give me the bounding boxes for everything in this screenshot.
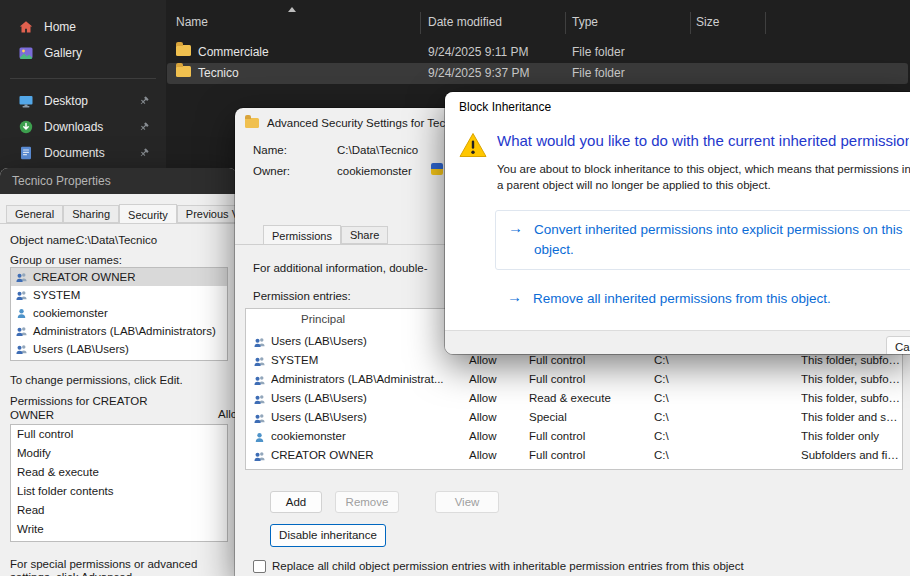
entry-access: Read & execute [529,392,611,404]
warning-icon [459,132,487,158]
entry-inherited-from: C:\ [654,411,669,423]
permission-entry-row[interactable]: Administrators (LAB\Administrat... Allow… [246,371,902,390]
sidebar-item-label: Documents [44,146,105,160]
cancel-button[interactable]: Cancel [886,336,910,354]
group-icon [15,271,28,284]
user-list-item[interactable]: CREATOR OWNER [11,268,227,286]
permission-item[interactable]: Full control [11,425,227,444]
permission-item[interactable]: Write [11,520,227,539]
home-icon [18,19,34,35]
sidebar-item-home[interactable]: Home [6,14,160,40]
properties-titlebar[interactable]: Tecnico Properties [0,168,237,194]
pin-icon[interactable] [138,147,150,159]
permission-label: List folder contents [17,485,114,497]
remove-button[interactable]: Remove [335,491,399,513]
entry-principal: Administrators (LAB\Administrat... [271,373,467,385]
group-icon [15,289,28,302]
sidebar-item-documents[interactable]: Documents [6,140,160,166]
command-link-label: Remove all inherited permissions from th… [533,289,910,309]
pin-icon[interactable] [138,121,150,133]
sidebar-item-label: Home [44,20,76,34]
downloads-icon [18,119,34,135]
permissions-for-label: Permissions for CREATOR OWNER [10,394,180,422]
permission-label: Modify [17,447,51,459]
user-list-item[interactable]: cookiemonster [11,304,227,322]
column-separator[interactable] [690,12,691,34]
tab-sharing[interactable]: Sharing [63,205,119,223]
permission-entry-row[interactable]: SYSTEM Allow Full control C:\ This folde… [246,352,902,371]
column-separator[interactable] [420,12,421,34]
entry-applies-to: This folder only [801,430,901,442]
advanced-tabs: Permissions Share [263,222,388,245]
column-separator[interactable] [565,12,566,34]
sidebar-item-label: Gallery [44,46,82,60]
sidebar-item-label: Downloads [44,120,103,134]
user-list-item[interactable]: SYSTEM [11,286,227,304]
user-name: CREATOR OWNER [33,271,135,283]
column-separator[interactable] [765,12,766,34]
entry-access: Full control [529,449,585,461]
entry-access: Full control [529,430,585,442]
principal-column-header[interactable]: Principal [301,313,345,325]
gallery-icon [18,45,34,61]
entry-inherited-from: C:\ [654,449,669,461]
permission-item[interactable]: Read [11,501,227,520]
file-row-tecnico[interactable]: Tecnico 9/24/2025 9:37 PM File folder [167,63,908,84]
column-header-name[interactable]: Name [176,15,208,29]
permission-item[interactable]: Read & execute [11,463,227,482]
entry-principal: Users (LAB\Users) [271,392,467,404]
replace-permissions-checkbox[interactable] [253,560,266,573]
disable-inheritance-button[interactable]: Disable inheritance [270,524,386,547]
remove-permissions-option[interactable]: → Remove all inherited permissions from … [495,282,910,318]
permission-entries-label: Permission entries: [253,290,351,302]
convert-permissions-option[interactable]: → Convert inherited permissions into exp… [495,210,910,270]
tab-permissions[interactable]: Permissions [263,225,341,245]
entry-type: Allow [469,392,496,404]
screenshot-root: Home Gallery Desktop Downloads Documents… [0,0,910,576]
user-name: Users (LAB\Users) [33,343,129,355]
permission-item[interactable]: Modify [11,444,227,463]
entry-inherited-from: C:\ [654,392,669,404]
column-header-date-modified[interactable]: Date modified [428,15,502,29]
sort-ascending-icon [288,7,296,12]
dialog-body-text: You are about to block inheritance to th… [497,162,910,193]
permission-entry-row[interactable]: Users (LAB\Users) Allow Special C:\ This… [246,409,902,428]
permission-item[interactable]: List folder contents [11,482,227,501]
sidebar-item-gallery[interactable]: Gallery [6,40,160,66]
block-inheritance-titlebar[interactable]: Block Inheritance [445,92,910,122]
properties-tabs: General Sharing Security Previous Versio… [6,202,237,224]
column-header-size[interactable]: Size [696,15,719,29]
dialog-heading: What would you like to do with the curre… [497,132,909,149]
view-button[interactable]: View [435,491,499,513]
dialog-title: Block Inheritance [459,100,551,114]
tab-previous-versions[interactable]: Previous Versions [177,205,237,223]
entry-applies-to: This folder, subfolders and files [801,373,901,385]
tab-share[interactable]: Share [341,226,388,244]
permission-entry-row[interactable]: CREATOR OWNER Allow Full control C:\ Sub… [246,447,902,466]
sidebar-item-downloads[interactable]: Downloads [6,114,160,140]
tab-security[interactable]: Security [119,204,177,224]
add-button[interactable]: Add [270,491,322,513]
permission-entry-row[interactable]: Users (LAB\Users) Allow Read & execute C… [246,390,902,409]
group-user-list[interactable]: CREATOR OWNER SYSTEM cookiemonster Admin… [10,267,228,361]
user-name: Administrators (LAB\Administrators) [33,325,216,337]
entry-inherited-from: C:\ [654,430,669,442]
user-list-item[interactable]: Users (LAB\Users) [11,340,227,358]
sidebar-divider [10,78,156,79]
tab-general[interactable]: General [6,205,63,223]
column-header-type[interactable]: Type [572,15,598,29]
sidebar-item-desktop[interactable]: Desktop [6,88,160,114]
permission-entry-row[interactable]: cookiemonster Allow Full control C:\ Thi… [246,428,902,447]
sidebar-item-label: Desktop [44,94,88,108]
entry-access: Full control [529,354,585,366]
group-icon [15,343,28,356]
file-row-commerciale[interactable]: Commerciale 9/24/2025 9:11 PM File folde… [167,42,908,63]
pin-icon[interactable] [138,95,150,107]
group-icon [253,412,266,425]
file-name: Commerciale [198,45,269,59]
owner-value: cookiemonster [337,165,412,177]
permissions-list[interactable]: Full control Modify Read & execute List … [10,424,228,542]
user-list-item[interactable]: Administrators (LAB\Administrators) [11,322,227,340]
object-name-value: C:\Data\Tecnico [76,234,157,246]
entry-principal: CREATOR OWNER [271,449,467,461]
